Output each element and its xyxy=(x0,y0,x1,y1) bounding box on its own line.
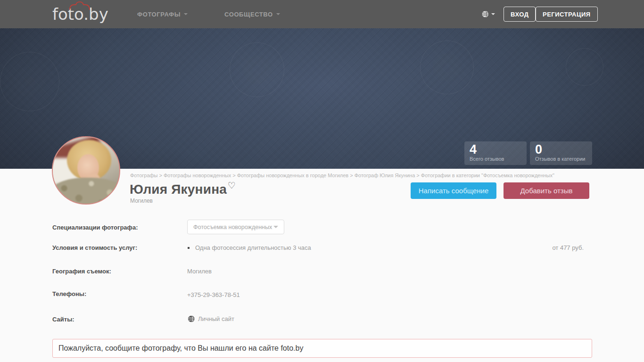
stat-category-reviews: 0 Отзывов в категории xyxy=(530,141,592,165)
personal-site-link[interactable]: Личный сайт xyxy=(188,315,234,322)
pricing-row: Одна фотосессия длительностью 3 часа от … xyxy=(187,244,584,251)
globe-icon xyxy=(188,315,195,322)
stat-total-reviews: 4 Всего отзывов xyxy=(464,141,527,165)
stat-label: Отзывов в категории xyxy=(535,156,587,162)
geography-value: Могилев xyxy=(187,268,212,275)
nav-item-label: ФОТОГРАФЫ xyxy=(137,11,181,18)
avatar-art xyxy=(52,178,120,205)
nav-item-label: СООБЩЕСТВО xyxy=(224,11,273,18)
sites-label: Сайты: xyxy=(52,316,74,323)
pricing-item: Одна фотосессия длительностью 3 часа xyxy=(195,244,552,251)
profile-city: Могилев xyxy=(130,197,153,204)
register-button[interactable]: РЕГИСТРАЦИЯ xyxy=(536,7,598,22)
send-message-button[interactable]: Написать сообщение xyxy=(411,182,496,199)
top-navigation-bar: foto.by ФОТОГРАФЫ СООБЩЕСТВО ВХОД РЕГИСТ… xyxy=(0,0,644,28)
decorative-circle xyxy=(0,52,59,111)
specializations-select-value: Фотосъемка новорожденных xyxy=(193,224,273,230)
specializations-label: Специализации фотографа: xyxy=(52,224,138,231)
login-button[interactable]: ВХОД xyxy=(504,7,536,22)
chevron-down-icon xyxy=(276,13,280,15)
stat-value: 4 xyxy=(470,143,521,156)
page: foto.by ФОТОГРАФЫ СООБЩЕСТВО ВХОД РЕГИСТ… xyxy=(0,0,644,362)
nav-item-community[interactable]: СООБЩЕСТВО xyxy=(224,0,280,28)
pricing-label: Условия и стоимость услуг: xyxy=(52,244,137,251)
globe-icon xyxy=(481,10,489,18)
decorative-circle xyxy=(420,41,474,94)
site-logo[interactable]: foto.by xyxy=(52,3,108,25)
avatar xyxy=(52,136,120,205)
chevron-down-icon xyxy=(184,13,188,15)
notice-banner: Пожалуйста, сообщите фотографу, что Вы н… xyxy=(52,339,592,358)
add-review-button[interactable]: Добавить отзыв xyxy=(504,182,589,199)
bullet-icon xyxy=(188,247,190,249)
camera-outline-icon xyxy=(69,1,91,10)
phones-value: +375-29-363-78-51 xyxy=(187,291,240,298)
nav-item-photographers[interactable]: ФОТОГРАФЫ xyxy=(137,0,188,28)
breadcrumb[interactable]: Фотографы > Фотографы новорожденных > Фо… xyxy=(130,173,578,178)
favorite-heart-icon[interactable]: ♡ xyxy=(228,181,236,190)
specializations-select[interactable]: Фотосъемка новорожденных xyxy=(187,220,284,234)
phones-label: Телефоны: xyxy=(52,290,86,297)
stat-value: 0 xyxy=(535,143,587,156)
decorative-circle xyxy=(230,42,284,97)
language-selector[interactable] xyxy=(481,0,495,28)
stat-label: Всего отзывов xyxy=(470,156,521,162)
geography-label: География съемок: xyxy=(52,268,111,275)
chevron-down-icon xyxy=(273,226,278,228)
photographer-name: Юлия Якунина xyxy=(130,182,227,197)
pricing-price: от 477 руб. xyxy=(552,244,584,251)
decorative-circle xyxy=(566,48,603,86)
chevron-down-icon xyxy=(491,13,495,15)
personal-site-label: Личный сайт xyxy=(198,315,234,322)
page-title: Юлия Якунина♡ xyxy=(130,182,235,197)
